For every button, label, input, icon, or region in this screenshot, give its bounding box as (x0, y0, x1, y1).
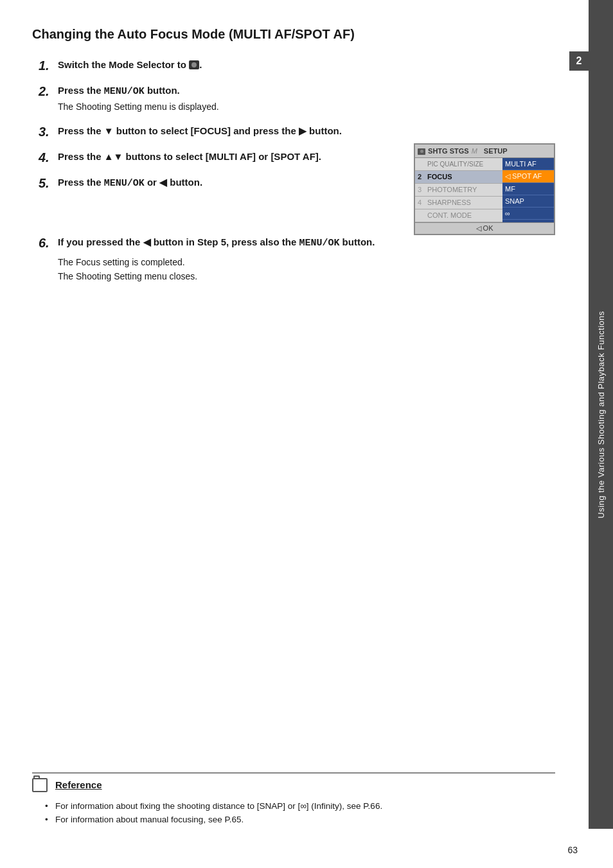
menu-row-num-3: 3 (418, 186, 425, 193)
steps-4-5-left: 4. Press the ▲▼ buttons to select [MULTI… (39, 150, 401, 201)
menu-row-4: 4 SHARPNESS (415, 197, 502, 209)
step-6-number: 6. (39, 235, 58, 251)
step-3: 3. Press the ▼ button to select [FOCUS] … (39, 124, 555, 139)
step-2-number: 2. (39, 84, 58, 99)
menu-row-label-1: PIC QUALITY/SIZE (427, 161, 483, 168)
reference-icon (32, 777, 50, 793)
menu-left: PIC QUALITY/SIZE 2 FOCUS 3 PHOTOMETRY (415, 158, 502, 222)
step-1: 1. Switch the Mode Selector to . (39, 58, 555, 73)
menu-tab-setup: SETUP (480, 146, 511, 156)
menu-option-1: MULTI AF (502, 158, 554, 170)
sidebar-tab-text: Using the Various Shooting and Playback … (596, 311, 606, 518)
page-container: Using the Various Shooting and Playback … (0, 0, 613, 868)
step-1-number: 1. (39, 58, 58, 73)
page-number: 63 (567, 845, 578, 855)
camera-menu: SHTG STGS M SETUP PIC QUALITY/SIZE (414, 143, 555, 235)
step-4: 4. Press the ▲▼ buttons to select [MULTI… (39, 150, 401, 165)
menu-header: SHTG STGS M SETUP (415, 145, 554, 158)
menu-body: PIC QUALITY/SIZE 2 FOCUS 3 PHOTOMETRY (415, 158, 554, 222)
steps-container: 1. Switch the Mode Selector to . 2. Pres… (39, 58, 555, 283)
step-6-sub1: The Focus setting is completed. (58, 255, 555, 269)
menu-option-2: ◁ SPOT AF (502, 170, 554, 183)
step-6-content: If you pressed the ◀ button in Step 5, p… (58, 235, 555, 284)
step-3-text: Press the ▼ button to select [FOCUS] and… (58, 125, 342, 136)
reference-items: For information about fixing the shootin… (32, 797, 555, 829)
reference-item-2: For information about manual focusing, s… (45, 813, 555, 827)
sidebar-tab: Using the Various Shooting and Playback … (589, 0, 613, 829)
menu-row-num-4: 4 (418, 199, 425, 206)
camera-menu-image: SHTG STGS M SETUP PIC QUALITY/SIZE (414, 143, 555, 235)
menu-row-label-2: FOCUS (427, 173, 452, 181)
step-1-content: Switch the Mode Selector to . (58, 58, 555, 71)
step-5-text: Press the MENU/OK or ◀ button. (58, 177, 202, 188)
menu-option-5: ∞ (502, 208, 554, 220)
menu-row-label-5: CONT. MODE (427, 211, 472, 219)
step-5-content: Press the MENU/OK or ◀ button. (58, 175, 401, 190)
step-3-content: Press the ▼ button to select [FOCUS] and… (58, 124, 555, 137)
step-4-content: Press the ▲▼ buttons to select [MULTI AF… (58, 150, 401, 163)
menu-row-1: PIC QUALITY/SIZE (415, 158, 502, 171)
menu-row-3: 3 PHOTOMETRY (415, 184, 502, 197)
step-6-sub2: The Shooting Setting menu closes. (58, 269, 555, 283)
step-6-sub: The Focus setting is completed. The Shoo… (58, 255, 555, 284)
menu-footer: ◁ OK (415, 222, 554, 234)
step-1-text: Switch the Mode Selector to . (58, 59, 202, 70)
menu-option-4: SNAP (502, 195, 554, 208)
step-4-number: 4. (39, 150, 58, 165)
chapter-number: 2 (569, 51, 589, 71)
step-5: 5. Press the MENU/OK or ◀ button. (39, 175, 401, 191)
step-6: 6. If you pressed the ◀ button in Step 5… (39, 235, 555, 284)
step-6-main: If you pressed the ◀ button in Step 5, p… (58, 236, 375, 247)
reference-item-1: For information about fixing the shootin… (45, 799, 555, 813)
step-2-main: Press the MENU/OK button. (58, 85, 180, 96)
menu-row-label-3: PHOTOMETRY (427, 186, 477, 193)
menu-row-num-2: 2 (418, 173, 425, 181)
steps-4-5-row: 4. Press the ▲▼ buttons to select [MULTI… (39, 150, 555, 235)
reference-header: Reference (32, 774, 555, 797)
step-2-content: Press the MENU/OK button. The Shooting S… (58, 84, 555, 114)
step-5-number: 5. (39, 175, 58, 191)
step-4-text: Press the ▲▼ buttons to select [MULTI AF… (58, 151, 321, 162)
menu-right: MULTI AF ◁ SPOT AF MF SNAP ∞ (502, 158, 554, 222)
step-2: 2. Press the MENU/OK button. The Shootin… (39, 84, 555, 114)
page-title: Changing the Auto Focus Mode (MULTI AF/S… (32, 26, 555, 42)
menu-row-2: 2 FOCUS (415, 171, 502, 184)
menu-tab-m: M (472, 147, 477, 155)
step-2-sub: The Shooting Setting menu is displayed. (58, 101, 555, 114)
menu-row-label-4: SHARPNESS (427, 199, 471, 206)
ref-icon-shape (32, 778, 48, 792)
step-3-number: 3. (39, 124, 58, 139)
reference-title: Reference (55, 779, 102, 790)
menu-option-3: MF (502, 183, 554, 195)
menu-row-5: CONT. MODE (415, 209, 502, 222)
reference-section: Reference For information about fixing t… (32, 772, 555, 829)
